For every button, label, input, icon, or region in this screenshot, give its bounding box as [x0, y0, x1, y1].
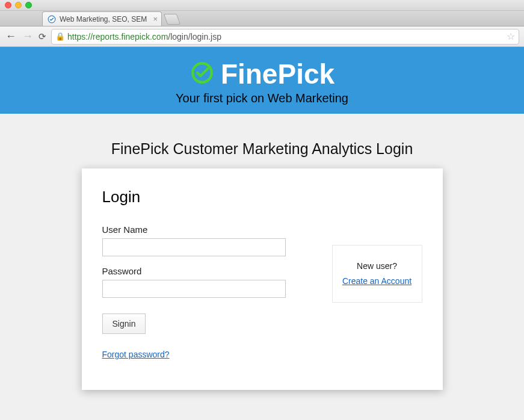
- username-label: User Name: [102, 224, 308, 235]
- url-path: /login/login.jsp: [168, 32, 221, 42]
- site-header: FinePick Your first pick on Web Marketin…: [0, 47, 524, 114]
- address-bar[interactable]: 🔒 https://reports.finepick.com/login/log…: [51, 29, 519, 45]
- login-card: Login User Name Password Signin Forgot p…: [82, 168, 443, 390]
- signin-button[interactable]: Signin: [102, 313, 146, 334]
- username-input[interactable]: [102, 238, 286, 256]
- tab-close-icon[interactable]: ×: [153, 14, 158, 23]
- url-host: ://reports.finepick.com: [85, 32, 168, 42]
- window-controls: [0, 0, 524, 11]
- login-heading: Login: [102, 188, 308, 206]
- favicon-checkmark-icon: [48, 15, 56, 23]
- forward-button[interactable]: →: [22, 30, 34, 43]
- signup-panel: New user? Create an Account: [332, 245, 422, 303]
- page-title: FinePick Customer Marketing Analytics Lo…: [0, 140, 524, 158]
- create-account-link[interactable]: Create an Account: [342, 276, 411, 286]
- login-form: Login User Name Password Signin Forgot p…: [102, 188, 308, 360]
- window-close-dot[interactable]: [5, 2, 11, 8]
- browser-toolbar: ← → ⟳ 🔒 https://reports.finepick.com/log…: [0, 26, 524, 47]
- bookmark-star-icon[interactable]: ☆: [507, 31, 515, 42]
- tab-bar: Web Marketing, SEO, SEM ×: [0, 11, 524, 26]
- reload-button[interactable]: ⟳: [39, 31, 46, 42]
- tab-title: Web Marketing, SEO, SEM: [60, 15, 147, 23]
- url-scheme: https: [67, 32, 85, 42]
- forgot-password-link[interactable]: Forgot password?: [102, 350, 170, 359]
- back-button[interactable]: ←: [5, 30, 17, 43]
- password-label: Password: [102, 266, 308, 276]
- window-minimize-dot[interactable]: [15, 2, 22, 8]
- new-user-prompt: New user?: [338, 261, 417, 271]
- password-input[interactable]: [102, 280, 286, 298]
- brand-name: FinePick: [221, 58, 334, 90]
- browser-tab[interactable]: Web Marketing, SEO, SEM ×: [42, 11, 162, 26]
- brand-check-icon: [190, 60, 215, 88]
- brand-tagline: Your first pick on Web Marketing: [0, 91, 524, 105]
- window-zoom-dot[interactable]: [25, 2, 32, 8]
- lock-icon: 🔒: [55, 32, 65, 41]
- new-tab-button[interactable]: [164, 14, 181, 25]
